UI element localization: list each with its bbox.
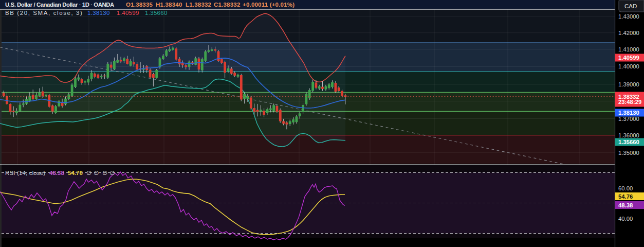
svg-text:∅: ∅ <box>86 170 91 176</box>
svg-text:U.S. Dollar / Canadian Dollar: U.S. Dollar / Canadian Dollar · 1D · OAN… <box>5 2 114 8</box>
svg-text:60.00: 60.00 <box>618 185 633 191</box>
svg-text:54.76: 54.76 <box>68 170 83 176</box>
svg-text:23:48:29: 23:48:29 <box>618 99 641 105</box>
svg-text:∅: ∅ <box>110 170 115 176</box>
svg-text:CAD: CAD <box>624 3 637 9</box>
svg-text:48.38: 48.38 <box>49 170 64 176</box>
svg-text:40.00: 40.00 <box>618 216 633 222</box>
svg-text:1.35660: 1.35660 <box>618 139 639 145</box>
svg-text:54.76: 54.76 <box>618 193 633 200</box>
svg-text:1.35000: 1.35000 <box>618 150 639 156</box>
svg-text:1.40599: 1.40599 <box>117 10 139 16</box>
svg-text:BB (20, SMA, close, 3): BB (20, SMA, close, 3) <box>5 10 83 16</box>
svg-text:1.43000: 1.43000 <box>618 13 639 20</box>
svg-text:+0.00011 (+0.01%): +0.00011 (+0.01%) <box>243 2 295 8</box>
svg-text:1.40599: 1.40599 <box>618 55 639 61</box>
svg-text:∅: ∅ <box>94 170 99 176</box>
svg-text:1.38130: 1.38130 <box>618 110 639 116</box>
svg-text:48.38: 48.38 <box>618 202 633 208</box>
svg-text:1.38130: 1.38130 <box>87 10 110 16</box>
svg-text:1.41000: 1.41000 <box>618 46 639 52</box>
svg-text:1.35660: 1.35660 <box>145 10 168 16</box>
svg-text:O1.38335: O1.38335 <box>126 2 153 8</box>
svg-text:L1.38332: L1.38332 <box>186 2 211 8</box>
svg-text:RSI (14, close): RSI (14, close) <box>5 170 45 176</box>
svg-text:1.42000: 1.42000 <box>618 30 639 36</box>
svg-text:C1.38332: C1.38332 <box>214 2 240 8</box>
svg-text:H1.38340: H1.38340 <box>156 2 182 8</box>
svg-text:1.40000: 1.40000 <box>618 63 639 69</box>
svg-text:1.36000: 1.36000 <box>618 132 639 138</box>
svg-text:∅: ∅ <box>102 170 107 176</box>
svg-text:1.39000: 1.39000 <box>618 81 639 87</box>
